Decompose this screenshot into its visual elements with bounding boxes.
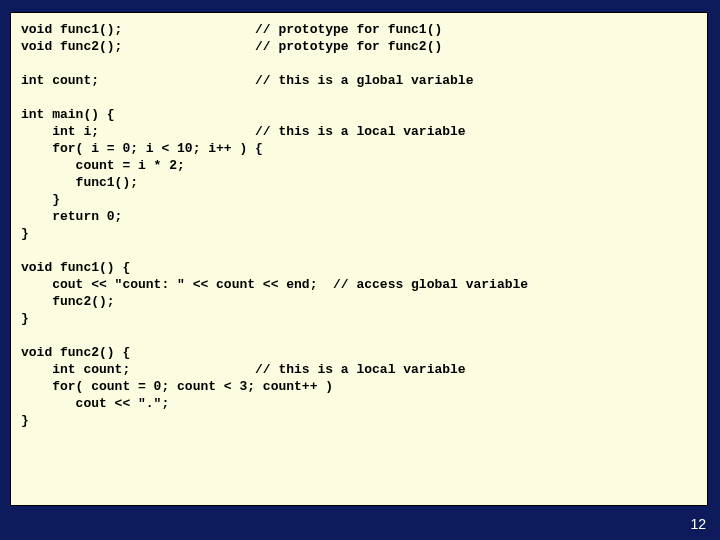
code-line: cout << "count: " << count << end; // ac…	[21, 277, 528, 292]
code-block: void func1(); // prototype for func1() v…	[10, 12, 708, 506]
code-line: }	[21, 192, 60, 207]
code-line: return 0;	[21, 209, 122, 224]
code-line: int count; // this is a global variable	[21, 73, 473, 88]
code-line: count = i * 2;	[21, 158, 185, 173]
code-line: void func1() {	[21, 260, 130, 275]
code-line: int count; // this is a local variable	[21, 362, 466, 377]
code-content: void func1(); // prototype for func1() v…	[21, 21, 697, 429]
code-line: void func2(); // prototype for func2()	[21, 39, 442, 54]
code-line: }	[21, 226, 29, 241]
code-line: void func2() {	[21, 345, 130, 360]
code-line: }	[21, 311, 29, 326]
page-number: 12	[690, 516, 706, 532]
code-line: int i; // this is a local variable	[21, 124, 466, 139]
code-line: for( i = 0; i < 10; i++ ) {	[21, 141, 263, 156]
code-line: for( count = 0; count < 3; count++ )	[21, 379, 333, 394]
code-line: void func1(); // prototype for func1()	[21, 22, 442, 37]
slide: void func1(); // prototype for func1() v…	[0, 0, 720, 540]
code-line: int main() {	[21, 107, 115, 122]
code-line: }	[21, 413, 29, 428]
code-line: func1();	[21, 175, 138, 190]
code-line: func2();	[21, 294, 115, 309]
code-line: cout << ".";	[21, 396, 169, 411]
